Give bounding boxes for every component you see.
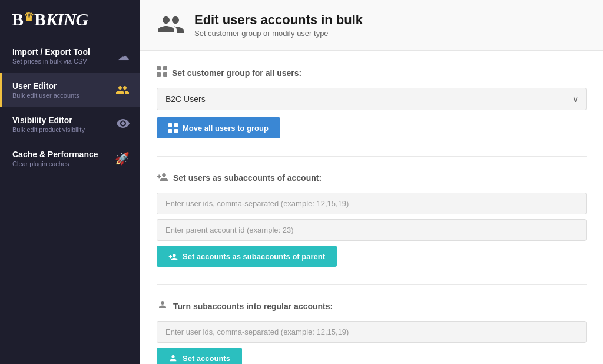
user-ids-input[interactable] <box>157 193 587 214</box>
svg-rect-3 <box>163 72 167 77</box>
rocket-icon: 🚀 <box>115 151 130 166</box>
move-all-users-label: Move all users to group <box>183 124 269 133</box>
set-subaccounts-label: Set accounts as subaccounts of parent <box>183 252 325 261</box>
customer-group-dropdown-wrap: B2C Users B2B Users Wholesale VIP ∨ <box>157 88 587 110</box>
svg-rect-0 <box>157 66 161 70</box>
main-content: Edit users accounts in bulk Set customer… <box>140 0 603 364</box>
nav-subtitle-user-editor: Bulk edit user accounts <box>12 92 79 99</box>
cloud-upload-icon: ☁ <box>118 49 130 63</box>
content-area: Set customer group for all users: B2C Us… <box>140 55 603 364</box>
header-users-icon <box>157 11 185 39</box>
logo: B ♛ B KING <box>12 9 88 29</box>
set-accounts-label: Set accounts <box>183 354 230 363</box>
sidebar-navigation: Import / Export Tool Set prices in bulk … <box>0 39 140 364</box>
customer-group-dropdown[interactable]: B2C Users B2B Users Wholesale VIP <box>157 88 587 110</box>
nav-title-user-editor: User Editor <box>12 81 79 91</box>
eye-icon <box>117 118 130 131</box>
section3-title: Turn subaccounts into regular accounts: <box>157 299 587 313</box>
divider-1 <box>157 156 587 157</box>
set-accounts-button[interactable]: Set accounts <box>157 348 242 364</box>
user-add-icon <box>157 171 168 184</box>
page-header: Edit users accounts in bulk Set customer… <box>140 0 603 51</box>
nav-title-visibility-editor: Visibility Editor <box>12 115 85 125</box>
section-customer-group: Set customer group for all users: B2C Us… <box>157 66 587 138</box>
svg-rect-7 <box>174 129 178 133</box>
nav-subtitle-visibility-editor: Bulk edit product visibility <box>12 126 85 133</box>
page-subtitle: Set customer group or modify user type <box>194 29 363 38</box>
section3-label: Turn subaccounts into regular accounts: <box>173 302 333 311</box>
nav-title-import-export: Import / Export Tool <box>12 47 90 57</box>
section2-title: Set users as subaccounts of account: <box>157 171 587 184</box>
svg-rect-5 <box>174 123 178 127</box>
logo-area: B ♛ B KING <box>0 0 140 39</box>
move-all-users-button[interactable]: Move all users to group <box>157 117 280 138</box>
section2-label: Set users as subaccounts of account: <box>173 173 322 183</box>
sidebar-item-visibility-editor[interactable]: Visibility Editor Bulk edit product visi… <box>0 107 140 141</box>
divider-2 <box>157 284 587 285</box>
nav-subtitle-import-export: Set prices in bulk via CSV <box>12 58 90 65</box>
svg-rect-6 <box>168 129 172 133</box>
svg-rect-2 <box>157 72 161 77</box>
nav-subtitle-cache-performance: Clear plugin caches <box>12 160 98 167</box>
nav-title-cache-performance: Cache & Performance <box>12 150 98 159</box>
regular-accounts-ids-input[interactable] <box>157 321 587 343</box>
svg-rect-1 <box>163 66 167 70</box>
sidebar-item-import-export[interactable]: Import / Export Tool Set prices in bulk … <box>0 39 140 73</box>
users-icon <box>115 83 130 98</box>
section-regular-accounts: Turn subaccounts into regular accounts: … <box>157 299 587 364</box>
user-regular-icon <box>157 299 168 313</box>
sidebar-item-user-editor[interactable]: User Editor Bulk edit user accounts <box>0 73 140 107</box>
svg-rect-4 <box>168 123 172 127</box>
section-subaccounts: Set users as subaccounts of account: Set… <box>157 171 587 267</box>
page-title: Edit users accounts in bulk <box>194 12 363 28</box>
section1-label: Set customer group for all users: <box>172 68 302 78</box>
grid-icon <box>157 66 167 80</box>
sidebar: B ♛ B KING Import / Export Tool Set pric… <box>0 0 140 364</box>
set-subaccounts-button[interactable]: Set accounts as subaccounts of parent <box>157 246 337 267</box>
sidebar-item-cache-performance[interactable]: Cache & Performance Clear plugin caches … <box>0 141 140 176</box>
section1-title: Set customer group for all users: <box>157 66 587 80</box>
parent-account-input[interactable] <box>157 219 587 241</box>
